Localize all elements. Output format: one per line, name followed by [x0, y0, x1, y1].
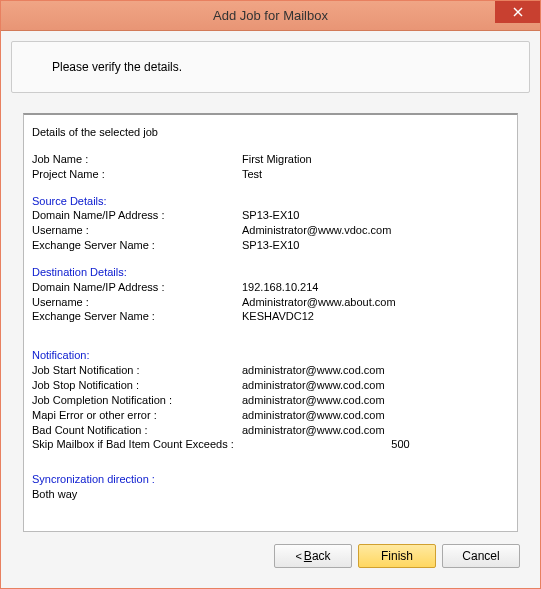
back-button-label: ack — [312, 549, 331, 563]
notification-heading: Notification: — [32, 348, 509, 363]
dialog-window: Add Job for Mailbox Please verify the de… — [0, 0, 541, 589]
source-domain-label: Domain Name/IP Address : — [32, 208, 242, 223]
window-title: Add Job for Mailbox — [1, 8, 540, 23]
close-icon — [513, 7, 523, 17]
source-domain-value: SP13-EX10 — [242, 208, 509, 223]
notif-stop-label: Job Stop Notification : — [32, 378, 242, 393]
notif-badcount-value: administrator@www.cod.com — [242, 423, 509, 438]
destination-heading: Destination Details: — [32, 265, 509, 280]
details-heading: Details of the selected job — [32, 125, 509, 140]
finish-button-label: Finish — [381, 549, 413, 563]
cancel-button-label: Cancel — [462, 549, 499, 563]
sync-value: Both way — [32, 487, 509, 502]
content-area: Please verify the details. Details of th… — [1, 31, 540, 588]
close-button[interactable] — [495, 1, 540, 23]
notif-skip-value: 500 — [292, 437, 509, 452]
notif-mapi-value: administrator@www.cod.com — [242, 408, 509, 423]
notif-start-label: Job Start Notification : — [32, 363, 242, 378]
notif-mapi-label: Mapi Error or other error : — [32, 408, 242, 423]
notif-skip-label: Skip Mailbox if Bad Item Count Exceeds : — [32, 437, 292, 452]
sync-heading: Syncronization direction : — [32, 472, 509, 487]
dest-exchange-label: Exchange Server Name : — [32, 309, 242, 324]
project-name-value: Test — [242, 167, 509, 182]
source-exchange-label: Exchange Server Name : — [32, 238, 242, 253]
source-username-value: Administrator@www.vdoc.com — [242, 223, 509, 238]
notif-stop-value: administrator@www.cod.com — [242, 378, 509, 393]
project-name-label: Project Name : — [32, 167, 242, 182]
instruction-panel: Please verify the details. — [11, 41, 530, 93]
source-heading: Source Details: — [32, 194, 509, 209]
dest-username-label: Username : — [32, 295, 242, 310]
titlebar: Add Job for Mailbox — [1, 1, 540, 31]
back-arrow-icon: < — [295, 550, 301, 562]
details-panel: Details of the selected job Job Name : F… — [23, 113, 518, 532]
dest-domain-label: Domain Name/IP Address : — [32, 280, 242, 295]
source-username-label: Username : — [32, 223, 242, 238]
notif-completion-value: administrator@www.cod.com — [242, 393, 509, 408]
button-bar: < Back Finish Cancel — [11, 532, 530, 578]
finish-button[interactable]: Finish — [358, 544, 436, 568]
back-button[interactable]: < Back — [274, 544, 352, 568]
source-exchange-value: SP13-EX10 — [242, 238, 509, 253]
instruction-text: Please verify the details. — [52, 60, 182, 74]
job-name-value: First Migration — [242, 152, 509, 167]
cancel-button[interactable]: Cancel — [442, 544, 520, 568]
dest-exchange-value: KESHAVDC12 — [242, 309, 509, 324]
dest-domain-value: 192.168.10.214 — [242, 280, 509, 295]
notif-completion-label: Job Completion Notification : — [32, 393, 242, 408]
notif-start-value: administrator@www.cod.com — [242, 363, 509, 378]
job-name-label: Job Name : — [32, 152, 242, 167]
dest-username-value: Administrator@www.about.com — [242, 295, 509, 310]
notif-badcount-label: Bad Count Notification : — [32, 423, 242, 438]
